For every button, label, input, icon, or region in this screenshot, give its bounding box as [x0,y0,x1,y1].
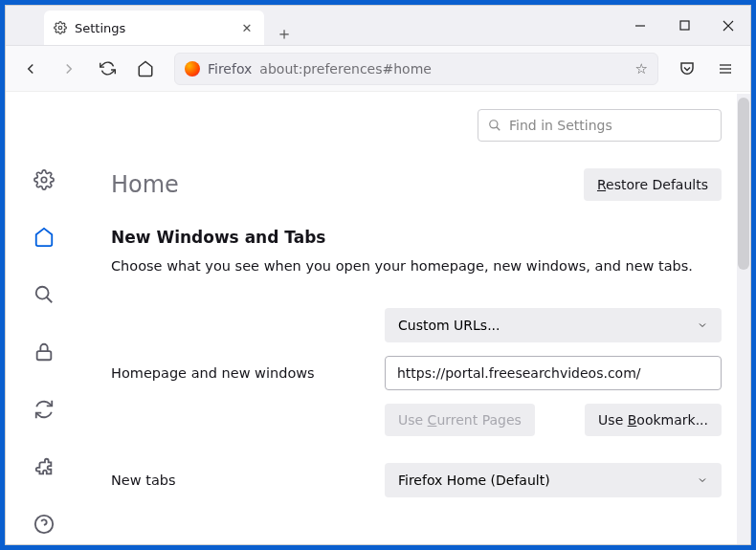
newtabs-mode-select[interactable]: Firefox Home (Default) [385,463,722,497]
close-tab-button[interactable]: ✕ [239,20,255,35]
browser-window: Settings ✕ ＋ [5,5,751,545]
homepage-row-label: Homepage and new windows [111,365,369,381]
forward-button[interactable] [52,52,86,86]
url-path: about:preferences#home [259,61,627,77]
svg-rect-9 [37,351,52,360]
browser-tab[interactable]: Settings ✕ [44,11,264,45]
restore-defaults-button[interactable]: Restore Defaults [584,168,722,201]
select-value: Custom URLs... [398,318,500,333]
svg-point-12 [490,121,498,128]
scroll-thumb[interactable] [738,98,749,270]
sidebar [6,92,82,544]
content-area: Find in Settings Home Restore Defaults N… [6,92,750,544]
menu-button[interactable] [708,52,743,86]
close-window-button[interactable] [706,6,750,45]
newtabs-label: New tabs [111,473,369,488]
svg-line-8 [47,297,53,303]
search-placeholder: Find in Settings [509,118,612,133]
window-controls [618,6,750,45]
sidebar-extensions[interactable] [33,455,56,478]
minimize-button[interactable] [618,6,662,45]
scrollbar[interactable] [737,94,750,544]
sidebar-search[interactable] [33,283,56,306]
back-button[interactable] [13,52,48,86]
new-tab-button[interactable]: ＋ [270,22,299,45]
bookmark-star-icon[interactable]: ☆ [635,60,648,77]
homepage-mode-select[interactable]: Custom URLs... [385,308,722,342]
sidebar-general[interactable] [33,168,56,191]
svg-rect-2 [680,21,689,30]
search-icon [488,119,501,132]
url-scope: Firefox [208,61,252,77]
sidebar-privacy[interactable] [33,341,56,363]
toolbar: Firefox about:preferences#home ☆ [6,46,750,92]
sidebar-home[interactable] [33,226,56,249]
titlebar: Settings ✕ ＋ [6,6,750,46]
use-current-pages-button[interactable]: Use Current Pages [385,404,535,436]
gear-icon [54,21,67,34]
page-title: Home [111,171,179,198]
svg-point-0 [58,26,62,30]
reload-button[interactable] [90,52,124,86]
tab-title: Settings [75,21,232,35]
main-panel: Find in Settings Home Restore Defaults N… [82,92,750,544]
settings-search-input[interactable]: Find in Settings [478,109,722,142]
homepage-url-input[interactable] [385,356,722,390]
chevron-down-icon [697,319,708,331]
svg-point-7 [36,287,49,299]
section-title: New Windows and Tabs [111,228,722,247]
select-value: Firefox Home (Default) [398,473,550,488]
chevron-down-icon [697,474,708,486]
sidebar-help[interactable] [33,513,56,536]
use-bookmark-button[interactable]: Use Bookmark... [585,404,722,436]
url-bar[interactable]: Firefox about:preferences#home ☆ [174,53,658,85]
svg-point-6 [41,177,47,183]
section-description: Choose what you see when you open your h… [111,258,722,274]
tab-strip: Settings ✕ ＋ [6,6,299,45]
svg-line-13 [497,127,500,131]
pocket-button[interactable] [670,52,704,86]
firefox-icon [185,61,200,77]
home-button[interactable] [128,52,163,86]
sidebar-sync[interactable] [33,398,56,421]
maximize-button[interactable] [662,6,706,45]
